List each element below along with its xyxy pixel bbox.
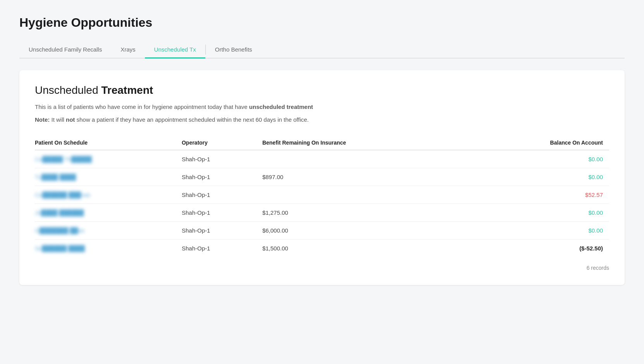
table-row: Jo████ ██████Shah-Op-1$1,275.00$0.00 (35, 204, 609, 222)
patient-name-link[interactable]: G███████ ██ee (35, 227, 84, 234)
note-label: Note: (35, 116, 50, 123)
col-header-operatory: Operatory (182, 136, 262, 150)
benefit-cell: $1,275.00 (262, 204, 472, 222)
description-bold: unscheduled treatment (249, 104, 313, 110)
table-row: So██████ ████Shah-Op-1$1,500.00($-52.50) (35, 240, 609, 257)
table-row: Ca█████ Th█████Shah-Op-1$0.00 (35, 150, 609, 168)
tab-xrays[interactable]: Xrays (111, 41, 145, 59)
section-description: This is a list of patients who have come… (35, 103, 609, 112)
benefit-cell: $897.00 (262, 168, 472, 186)
benefit-cell (262, 150, 472, 168)
note-text2: show a patient if they have an appointme… (75, 116, 308, 123)
patient-name-link[interactable]: Jo████ ██████ (35, 209, 84, 216)
operatory-cell: Shah-Op-1 (182, 204, 262, 222)
table-row: G███████ ██eeShah-Op-1$6,000.00$0.00 (35, 222, 609, 240)
balance-cell: ($-52.50) (472, 240, 609, 257)
patient-name-link[interactable]: Tu████ ████ (35, 174, 76, 180)
section-title-bold: Treatment (101, 84, 153, 96)
balance-cell: $0.00 (472, 222, 609, 240)
section-note: Note: It will not show a patient if they… (35, 116, 609, 124)
benefit-cell (262, 186, 472, 204)
patients-table: Patient On Schedule Operatory Benefit Re… (35, 136, 609, 257)
operatory-cell: Shah-Op-1 (182, 168, 262, 186)
operatory-cell: Shah-Op-1 (182, 150, 262, 168)
patient-name-link[interactable]: Ca██████ ███nas (35, 191, 90, 198)
operatory-cell: Shah-Op-1 (182, 186, 262, 204)
operatory-cell: Shah-Op-1 (182, 240, 262, 257)
section-title-light: Unscheduled (35, 84, 101, 96)
content-card: Unscheduled Treatment This is a list of … (19, 70, 625, 285)
table-row: Tu████ ████Shah-Op-1$897.00$0.00 (35, 168, 609, 186)
section-title: Unscheduled Treatment (35, 84, 609, 97)
balance-cell: $0.00 (472, 168, 609, 186)
col-header-benefit: Benefit Remaining On Insurance (262, 136, 472, 150)
balance-cell: $52.57 (472, 186, 609, 204)
balance-cell: $0.00 (472, 204, 609, 222)
note-not: not (66, 116, 75, 123)
page-title: Hygiene Opportunities (19, 16, 625, 30)
col-header-patient: Patient On Schedule (35, 136, 182, 150)
table-header-row: Patient On Schedule Operatory Benefit Re… (35, 136, 609, 150)
balance-cell: $0.00 (472, 150, 609, 168)
tab-unscheduled-tx[interactable]: Unscheduled Tx (145, 41, 205, 59)
patient-name-link[interactable]: Ca█████ Th█████ (35, 156, 92, 162)
table-row: Ca██████ ███nasShah-Op-1$52.57 (35, 186, 609, 204)
operatory-cell: Shah-Op-1 (182, 222, 262, 240)
benefit-cell: $1,500.00 (262, 240, 472, 257)
note-text: It will (50, 116, 66, 123)
tab-unscheduled-recalls[interactable]: Unscheduled Family Recalls (19, 41, 111, 59)
benefit-cell: $6,000.00 (262, 222, 472, 240)
description-text: This is a list of patients who have come… (35, 104, 249, 110)
patient-name-link[interactable]: So██████ ████ (35, 245, 85, 252)
records-count: 6 records (35, 265, 609, 271)
col-header-balance: Balance On Account (472, 136, 609, 150)
tabs-container: Unscheduled Family Recalls Xrays Unsched… (19, 41, 625, 59)
tab-ortho-benefits[interactable]: Ortho Benefits (206, 41, 262, 59)
